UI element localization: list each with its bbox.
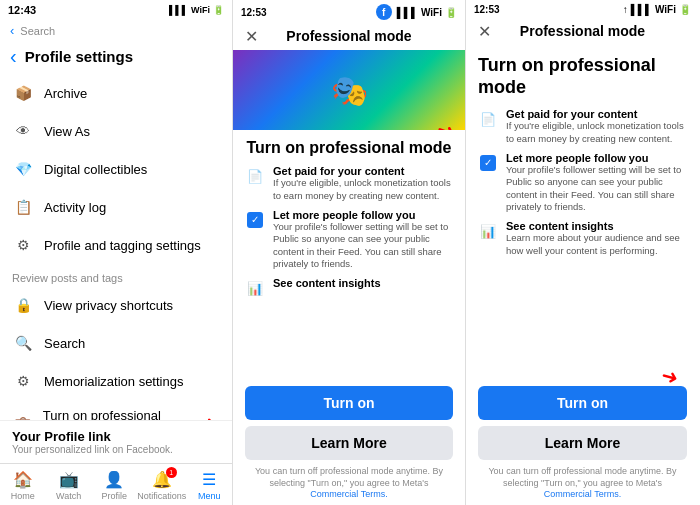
signal-icon-p3: ▌▌▌ [631,4,652,15]
close-button-p2[interactable]: ✕ [245,27,258,46]
menu-item-search[interactable]: 🔍 Search [0,324,232,362]
menu-icon: ☰ [202,470,216,489]
battery-icon: 🔋 [213,5,224,15]
insights-icon-p3: 📊 [478,221,498,241]
nav-watch[interactable]: 📺 Watch [46,468,92,503]
section-label: Review posts and tags [0,264,232,286]
feature-title-insights: See content insights [273,277,381,289]
menu-item-view-as[interactable]: 👁 View As [0,112,232,150]
time-p1: 12:43 [8,4,36,16]
turn-on-button-p3[interactable]: Turn on [478,386,687,420]
time-p2: 12:53 [241,7,267,18]
commercial-terms-link-p2[interactable]: Commercial Terms. [310,489,387,499]
location-icon: ↑ [623,4,628,15]
feature-title-follow: Let more people follow you [273,209,453,221]
p3-main-title: Turn on professional mode [478,55,687,98]
status-bar-p1: 12:43 ▌▌▌ WiFi 🔋 [0,0,232,20]
wifi-icon: WiFi [191,5,210,15]
close-button-p3[interactable]: ✕ [478,22,491,41]
menu-list: 📦 Archive 👁 View As 💎 Digital collectibl… [0,74,232,420]
feature-desc-follow-p3: Your profile's follower setting will be … [506,164,687,213]
menu-item-archive[interactable]: 📦 Archive [0,74,232,112]
feature-desc-get-paid: If you're eligible, unlock monetization … [273,177,453,202]
turn-on-button-p2[interactable]: Turn on [245,386,453,420]
menu-item-activity-log[interactable]: 📋 Activity log [0,188,232,226]
feature-get-paid: 📄 Get paid for your content If you're el… [245,165,453,202]
menu-item-profile-tagging[interactable]: ⚙ Profile and tagging settings [0,226,232,264]
memorialization-icon: ⚙ [12,370,34,392]
panel3-content: Turn on professional mode 📄 Get paid for… [466,45,699,380]
profile-link-sub: Your personalized link on Facebook. [12,444,220,455]
status-icons-p1: ▌▌▌ WiFi 🔋 [169,5,224,15]
feature-get-paid-p3: 📄 Get paid for your content If you're el… [478,108,687,145]
menu-item-privacy[interactable]: 🔒 View privacy shortcuts [0,286,232,324]
nav-home[interactable]: 🏠 Home [0,468,46,503]
hero-illustration: 🎭 [331,73,368,108]
feature-desc-follow: Your profile's follower setting will be … [273,221,453,270]
red-arrow-p2: ➜ [433,117,459,130]
signal-icon: ▌▌▌ [169,5,188,15]
nav-menu[interactable]: ☰ Menu [186,468,232,503]
nav-notifications-label: Notifications [137,491,186,501]
notification-badge: 1 [166,467,177,478]
menu-label-digital-collectibles: Digital collectibles [44,162,147,177]
wifi-icon-p2: WiFi [421,7,442,18]
dialog-title-bar-p2: ✕ Professional mode [233,24,465,50]
home-icon: 🏠 [13,470,33,489]
hero-image-p2: 🎭 ➜ [233,50,465,130]
archive-icon: 📦 [12,82,34,104]
search-area: ‹ Search [0,20,232,41]
search-label: Search [20,25,55,37]
get-paid-icon-p3: 📄 [478,109,498,129]
battery-icon-p3: 🔋 [679,4,691,15]
dialog-main-title-p2: Turn on professional mode [245,138,453,157]
dialog-title-p2: Professional mode [286,28,411,44]
menu-item-memorialization[interactable]: ⚙ Memorialization settings [0,362,232,400]
page-title: Profile settings [25,48,133,65]
menu-item-digital-collectibles[interactable]: 💎 Digital collectibles [0,150,232,188]
activity-log-icon: 📋 [12,196,34,218]
menu-label-professional-mode: Turn on professional mode [43,408,189,420]
watch-icon: 📺 [59,470,79,489]
wifi-icon-p3: WiFi [655,4,676,15]
disclaimer-p3: You can turn off professional mode anyti… [478,466,687,501]
view-as-icon: 👁 [12,120,34,142]
red-arrow-icon: ➜ [199,411,220,420]
dialog-title-bar-p3: ✕ Professional mode [466,19,699,45]
nav-profile[interactable]: 👤 Profile [92,468,138,503]
nav-watch-label: Watch [56,491,81,501]
menu-label-memorialization: Memorialization settings [44,374,183,389]
signal-icon-p2: ▌▌▌ [397,7,418,18]
privacy-icon: 🔒 [12,294,34,316]
nav-home-label: Home [11,491,35,501]
professional-mode-dialog-2: 12:53 ↑ ▌▌▌ WiFi 🔋 ✕ Professional mode T… [466,0,699,505]
learn-more-button-p2[interactable]: Learn More [245,426,453,460]
nav-menu-label: Menu [198,491,221,501]
dialog-actions-p2: Turn on Learn More You can turn off prof… [233,380,465,505]
battery-icon-p2: 🔋 [445,7,457,18]
nav-notifications[interactable]: 🔔 1 Notifications [137,468,186,503]
status-bar-p2: 12:53 f ▌▌▌ WiFi 🔋 [233,0,465,24]
feature-desc-insights-p3: Learn more about your audience and see h… [506,232,687,257]
panel1-header: ‹ Profile settings [0,41,232,74]
dialog-content-p2: Turn on professional mode 📄 Get paid for… [233,130,465,380]
learn-more-button-p3[interactable]: Learn More [478,426,687,460]
professional-mode-icon: 💼 [12,412,33,420]
commercial-terms-link-p3[interactable]: Commercial Terms. [544,489,621,499]
feature-follow: ✓ Let more people follow you Your profil… [245,209,453,270]
feature-title-get-paid-p3: Get paid for your content [506,108,687,120]
status-bar-p3: 12:53 ↑ ▌▌▌ WiFi 🔋 [466,0,699,19]
profile-link-title: Your Profile link [12,429,220,444]
back-arrow-icon[interactable]: ‹ [10,45,17,68]
dialog-title-p3: Professional mode [520,23,645,39]
status-icons-p2: f ▌▌▌ WiFi 🔋 [376,4,457,20]
profile-tagging-icon: ⚙ [12,234,34,256]
insights-icon: 📊 [245,278,265,298]
back-icon[interactable]: ‹ [10,23,14,38]
menu-item-professional-mode[interactable]: 💼 Turn on professional mode ➜ [0,400,232,420]
menu-label-archive: Archive [44,86,87,101]
time-p3: 12:53 [474,4,500,15]
menu-label-view-as: View As [44,124,90,139]
menu-label-activity-log: Activity log [44,200,106,215]
dialog-actions-p3: Turn on ➜ Learn More You can turn off pr… [466,380,699,505]
